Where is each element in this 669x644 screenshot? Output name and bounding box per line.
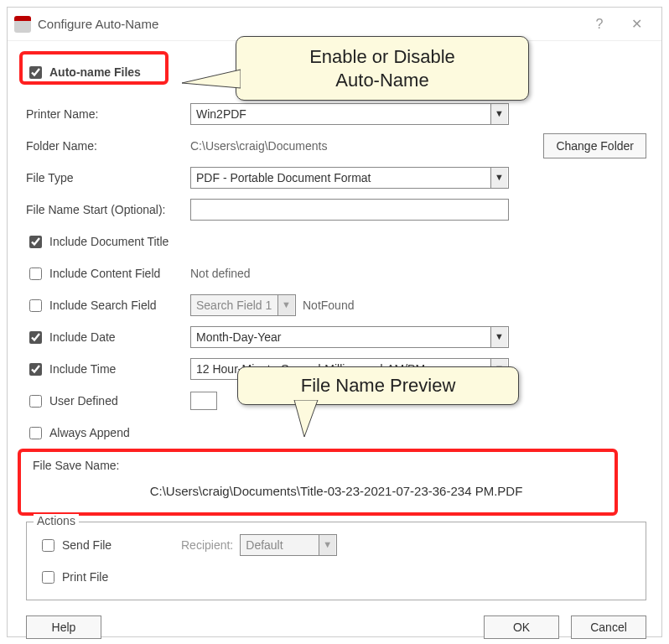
- app-icon: [14, 16, 31, 33]
- checkbox-send-file[interactable]: Send File: [39, 537, 181, 554]
- checkbox-user-defined[interactable]: User Defined: [26, 392, 190, 410]
- dropdown-recipient: Default ▼: [240, 534, 337, 556]
- input-user-defined[interactable]: [190, 392, 217, 410]
- help-icon[interactable]: ?: [581, 11, 618, 38]
- button-ok[interactable]: OK: [484, 615, 559, 639]
- close-icon[interactable]: ✕: [618, 11, 655, 38]
- checkbox-include-time[interactable]: Include Time: [26, 361, 190, 378]
- checkbox-include-search-field[interactable]: Include Search Field: [26, 297, 190, 314]
- callout-tail-mid: [284, 400, 326, 437]
- button-help[interactable]: Help: [26, 615, 101, 639]
- text-search-field-note: NotFound: [303, 299, 354, 312]
- dropdown-printer-name[interactable]: Win2PDF ▼: [190, 103, 509, 125]
- text-folder-path: C:\Users\craig\Documents: [190, 139, 537, 153]
- svg-marker-0: [182, 70, 241, 88]
- checkbox-include-doc-title[interactable]: Include Document Title: [26, 233, 169, 251]
- window-title: Configure Auto-Name: [38, 17, 581, 31]
- button-cancel[interactable]: Cancel: [571, 615, 646, 639]
- checkbox-include-date[interactable]: Include Date: [26, 329, 190, 346]
- checkbox-always-append[interactable]: Always Append: [26, 424, 130, 442]
- fieldset-actions: Actions Send File Recipient: Default ▼: [26, 522, 646, 600]
- text-content-field-note: Not defined: [190, 267, 251, 280]
- checkbox-autoname-files[interactable]: Auto-name Files: [26, 64, 141, 81]
- button-change-folder[interactable]: Change Folder: [543, 133, 646, 158]
- dialog-window: Configure Auto-Name ? ✕ Enable or Disabl…: [7, 7, 662, 637]
- dropdown-file-type[interactable]: PDF - Portable Document Format ▼: [190, 167, 509, 189]
- checkbox-print-file[interactable]: Print File: [39, 569, 108, 586]
- label-printer-name: Printer Name:: [26, 107, 190, 121]
- text-file-save-path: C:\Users\craig\Documents\Title-03-23-202…: [33, 484, 640, 498]
- label-recipient: Recipient:: [181, 538, 233, 552]
- chevron-down-icon[interactable]: ▼: [490, 104, 507, 124]
- chevron-down-icon: ▼: [319, 535, 335, 555]
- callout-enable-disable: Enable or Disable Auto-Name: [236, 36, 529, 101]
- legend-actions: Actions: [34, 514, 79, 527]
- chevron-down-icon[interactable]: ▼: [490, 168, 507, 188]
- label-file-type: File Type: [26, 171, 190, 184]
- chevron-down-icon: ▼: [277, 295, 294, 315]
- checkbox-autoname-files-input[interactable]: [29, 66, 42, 79]
- input-filename-start[interactable]: [190, 199, 509, 221]
- label-file-save-name: File Save Name:: [33, 459, 640, 472]
- checkbox-include-content-field[interactable]: Include Content Field: [26, 265, 190, 283]
- callout-tail-top: [182, 63, 241, 93]
- callout-file-name-preview: File Name Preview: [237, 366, 519, 405]
- label-filename-start: File Name Start (Optional):: [26, 203, 190, 216]
- file-save-preview: File Save Name: C:\Users\craig\Documents…: [26, 450, 646, 510]
- svg-marker-1: [294, 400, 318, 437]
- dropdown-search-field: Search Field 1 ▼: [190, 294, 296, 316]
- label-folder-name: Folder Name:: [26, 139, 190, 153]
- chevron-down-icon[interactable]: ▼: [490, 327, 507, 347]
- dropdown-date-format[interactable]: Month-Day-Year ▼: [190, 326, 509, 348]
